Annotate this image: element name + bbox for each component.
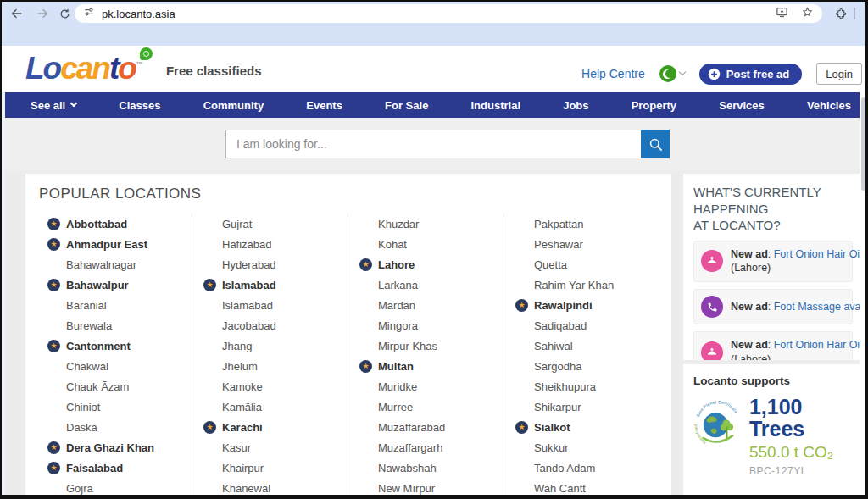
location-link-kam-lia[interactable]: Kamālia bbox=[203, 396, 348, 417]
location-link-faisalabad[interactable]: ★Faisalabad bbox=[47, 457, 192, 478]
nav-item-services[interactable]: Services bbox=[715, 99, 768, 112]
location-link-chiniot[interactable]: Chiniot bbox=[47, 396, 192, 417]
nav-item-community[interactable]: Community bbox=[200, 99, 268, 112]
location-link-bar-ni-l[interactable]: Barāniāl bbox=[47, 295, 192, 315]
post-free-ad-button[interactable]: Post free ad bbox=[699, 64, 802, 85]
scrollbar[interactable] bbox=[860, 92, 867, 495]
location-link-sukkur[interactable]: Sukkur bbox=[515, 437, 660, 457]
location-link-sahiwal[interactable]: Sahiwal bbox=[515, 335, 660, 356]
location-link-sheikhupura[interactable]: Sheikhupura bbox=[515, 376, 660, 396]
nav-item-jobs[interactable]: Jobs bbox=[559, 99, 592, 112]
location-link-hafizabad[interactable]: Hafizabad bbox=[203, 234, 348, 254]
location-link-gojra[interactable]: Gojra bbox=[47, 478, 192, 498]
ad-link[interactable]: Fort Onion Hair Oil Price In ... bbox=[774, 248, 863, 260]
location-link-jhang[interactable]: Jhang bbox=[203, 335, 348, 356]
location-link-kasur[interactable]: Kasur bbox=[203, 437, 348, 457]
nav-item-for-sale[interactable]: For Sale bbox=[381, 99, 431, 112]
new-ad-card[interactable]: New ad: Fort Onion Hair Oil Price In ...… bbox=[693, 331, 853, 360]
location-link-kohat[interactable]: Kohat bbox=[359, 234, 504, 254]
url-text[interactable]: pk.locanto.asia bbox=[102, 8, 175, 20]
nav-item-vehicles[interactable]: Vehicles bbox=[804, 99, 854, 112]
location-link-mardan[interactable]: Mardan bbox=[359, 295, 504, 315]
star-badge-icon: ★ bbox=[47, 238, 60, 251]
location-link-quetta[interactable]: Quetta bbox=[515, 254, 660, 274]
nav-item-label: Classes bbox=[119, 99, 160, 112]
location-link-muridke[interactable]: Muridke bbox=[359, 376, 504, 396]
install-app-icon[interactable] bbox=[776, 6, 788, 22]
nav-item-see-all[interactable]: See all bbox=[27, 99, 80, 112]
location-link-khuzdar[interactable]: Khuzdar bbox=[359, 213, 504, 234]
country-selector[interactable] bbox=[659, 65, 685, 82]
location-link-chakwal[interactable]: Chakwal bbox=[47, 356, 192, 376]
location-link-chauk-zam[interactable]: Chauk Āzam bbox=[47, 376, 192, 396]
location-link-khairpur[interactable]: Khairpur bbox=[203, 457, 348, 478]
location-link-bahawalnagar[interactable]: Bahawalnagar bbox=[47, 254, 192, 274]
location-link-daska[interactable]: Daska bbox=[47, 417, 192, 437]
login-button[interactable]: Login bbox=[816, 63, 862, 85]
location-link-islamabad[interactable]: ★Islamabad bbox=[203, 274, 348, 295]
location-link-dera-ghazi-khan[interactable]: ★Dera Ghazi Khan bbox=[47, 437, 192, 457]
locanto-logo[interactable]: Locanto™ bbox=[25, 53, 156, 84]
location-name: Burewala bbox=[66, 319, 112, 332]
search-button[interactable] bbox=[641, 130, 670, 158]
locanto-supports-card: Locanto supports Blue Planet Certificate… bbox=[683, 364, 863, 495]
post-free-ad-label: Post free ad bbox=[726, 68, 789, 80]
location-link-peshawar[interactable]: Peshawar bbox=[515, 234, 660, 254]
location-link-rahim-yar-khan[interactable]: Rahim Yar Khan bbox=[515, 274, 660, 295]
location-link-sadiqabad[interactable]: Sadiqabad bbox=[515, 315, 660, 335]
location-link-wah-cantt[interactable]: Wah Cantt bbox=[515, 478, 660, 498]
ad-link[interactable]: Fort Onion Hair Oil Price In ... bbox=[774, 339, 863, 351]
location-link-larkana[interactable]: Larkana bbox=[359, 274, 504, 295]
bookmark-star-icon[interactable] bbox=[801, 6, 814, 22]
location-link-hyderabad[interactable]: Hyderabad bbox=[203, 254, 348, 274]
location-name: Dera Ghazi Khan bbox=[66, 441, 154, 454]
location-link-gujrat[interactable]: Gujrat bbox=[203, 213, 348, 234]
location-name: Muridke bbox=[378, 380, 417, 393]
location-link-pakpattan[interactable]: Pakpattan bbox=[515, 213, 660, 234]
location-link-muzaffargarh[interactable]: Muzaffargarh bbox=[359, 437, 504, 457]
location-link-murree[interactable]: Murree bbox=[359, 396, 504, 417]
location-link-burewala[interactable]: Burewala bbox=[47, 315, 192, 335]
location-link-islamabad[interactable]: Islamabad bbox=[203, 295, 348, 315]
location-link-rawalpindi[interactable]: ★Rawalpindi bbox=[515, 295, 660, 315]
location-link-jacobabad[interactable]: Jacobabad bbox=[203, 315, 348, 335]
forward-icon[interactable] bbox=[34, 5, 51, 22]
location-link-muzaffarabad[interactable]: Muzaffarabad bbox=[359, 417, 504, 437]
location-link-mingora[interactable]: Mingora bbox=[359, 315, 504, 335]
location-link-multan[interactable]: ★Multan bbox=[359, 356, 504, 376]
nav-item-events[interactable]: Events bbox=[303, 99, 346, 112]
location-link-lahore[interactable]: ★Lahore bbox=[359, 254, 504, 274]
refresh-icon[interactable] bbox=[56, 5, 73, 22]
location-link-sargodha[interactable]: Sargodha bbox=[515, 356, 660, 376]
location-link-cantonment[interactable]: ★Cantonment bbox=[47, 335, 192, 356]
scrollbar-thumb[interactable] bbox=[861, 97, 865, 191]
back-icon[interactable] bbox=[8, 5, 25, 22]
location-link-sialkot[interactable]: ★Sialkot bbox=[515, 417, 660, 437]
location-link-tando-adam[interactable]: Tando Adam bbox=[515, 457, 660, 478]
address-bar[interactable]: pk.locanto.asia bbox=[75, 4, 822, 23]
location-name: Chakwal bbox=[66, 360, 108, 373]
help-centre-link[interactable]: Help Centre bbox=[581, 67, 645, 80]
nav-item-industrial[interactable]: Industrial bbox=[468, 99, 525, 112]
location-link-abbottabad[interactable]: ★Abbottabad bbox=[47, 213, 192, 234]
new-ad-card[interactable]: New ad: Fort Onion Hair Oil Price In ...… bbox=[693, 241, 853, 283]
location-link-karachi[interactable]: ★Karachi bbox=[203, 417, 348, 437]
location-link-shikarpur[interactable]: Shikarpur bbox=[515, 396, 660, 417]
site-settings-icon[interactable] bbox=[83, 6, 95, 21]
ad-link[interactable]: Foot Massage available at ... bbox=[774, 301, 863, 313]
location-link-bahawalpur[interactable]: ★Bahawalpur bbox=[47, 274, 192, 295]
location-link-jhelum[interactable]: Jhelum bbox=[203, 356, 348, 376]
location-link-ahmadpur-east[interactable]: ★Ahmadpur East bbox=[47, 234, 192, 254]
nav-item-classes[interactable]: Classes bbox=[115, 99, 164, 112]
location-name: Kasur bbox=[222, 441, 251, 454]
search-input[interactable] bbox=[225, 130, 641, 158]
location-link-new-m-rpur[interactable]: New Mīrpur bbox=[359, 478, 504, 498]
location-name: Chiniot bbox=[66, 401, 100, 413]
nav-item-property[interactable]: Property bbox=[628, 99, 680, 112]
location-link-khanewal[interactable]: Khanewal bbox=[203, 478, 348, 498]
location-link-nawabshah[interactable]: Nawabshah bbox=[359, 457, 504, 478]
extensions-icon[interactable] bbox=[832, 5, 849, 22]
new-ad-card[interactable]: New ad: Foot Massage available at ... bbox=[693, 289, 853, 324]
location-link-kamoke[interactable]: Kamoke bbox=[203, 376, 348, 396]
location-link-mirpur-khas[interactable]: Mirpur Khas bbox=[359, 335, 504, 356]
